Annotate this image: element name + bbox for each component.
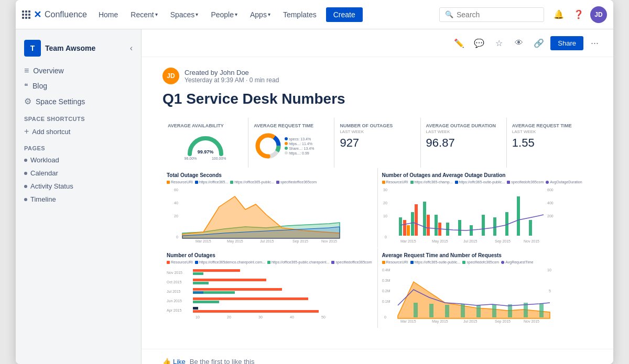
svg-rect-38 (403, 220, 406, 236)
svg-rect-63 (193, 310, 319, 313)
svg-rect-61 (193, 301, 219, 303)
area-chart-outage: 60 40 20 0 Mar 2015 May 2015 Jul 2015 Se… (167, 186, 345, 244)
bullet-icon (24, 185, 27, 188)
chevron-down-icon: ▾ (196, 12, 198, 17)
collapse-icon[interactable]: ‹ (130, 43, 133, 53)
svg-rect-28 (423, 202, 426, 236)
browser-window: ✕ Confluence Home Recent ▾ Spaces ▾ Peop… (16, 0, 613, 364)
svg-text:20: 20 (227, 315, 231, 319)
nav-recent[interactable]: Recent ▾ (125, 7, 162, 22)
stat-label: Average Outage Duration (426, 123, 501, 128)
page-item-activity-status[interactable]: Activity Status (16, 180, 141, 193)
donut-chart (254, 131, 283, 160)
chart-outages-hbar: Number of Outages ResourceURI https://of… (162, 248, 377, 328)
svg-text:Mar 2015: Mar 2015 (196, 239, 211, 243)
svg-text:0.1M: 0.1M (382, 300, 391, 303)
area-bar-chart: 0.4M 0.3M 0.2M 0.1M 0 10 5 Mar 2015 May … (382, 266, 560, 324)
nav-home[interactable]: Home (93, 7, 123, 22)
svg-rect-34 (493, 217, 496, 236)
link-icon[interactable]: 🔗 (530, 35, 547, 51)
svg-text:Nov 2015: Nov 2015 (524, 239, 539, 243)
help-icon[interactable]: ❓ (570, 6, 587, 23)
user-avatar[interactable]: JD (590, 6, 607, 23)
logo: ✕ Confluence (22, 9, 87, 20)
nav-people[interactable]: People ▾ (205, 7, 243, 22)
notifications-icon[interactable]: 🔔 (550, 6, 567, 23)
page-item-timeline[interactable]: Timeline (16, 193, 141, 206)
create-button[interactable]: Create (326, 7, 363, 22)
svg-rect-76 (414, 303, 418, 317)
nav-templates[interactable]: Templates (278, 7, 322, 22)
svg-text:Sep 2015: Sep 2015 (292, 239, 308, 244)
comment-icon[interactable]: 💬 (471, 35, 487, 51)
nav-apps[interactable]: Apps ▾ (245, 7, 276, 22)
svg-rect-29 (435, 215, 438, 236)
page-item-calendar[interactable]: Calendar (16, 167, 141, 180)
sidebar-item-label: Overview (33, 67, 63, 75)
sidebar-item-space-settings[interactable]: ⚙ Space Settings (16, 93, 141, 109)
svg-text:Mar 2015: Mar 2015 (400, 239, 416, 243)
svg-rect-53 (193, 269, 240, 272)
svg-rect-80 (476, 305, 481, 317)
svg-rect-40 (427, 215, 430, 236)
svg-text:Jul 2015: Jul 2015 (260, 239, 274, 243)
add-shortcut-label: Add shortcut (32, 128, 70, 136)
page-item-label: Timeline (30, 195, 56, 203)
share-button[interactable]: Share (550, 36, 583, 50)
svg-text:May 2015: May 2015 (227, 239, 243, 244)
like-description: Be the first to like this (190, 358, 255, 364)
page-item-label: Calendar (30, 169, 58, 177)
plus-icon: + (24, 127, 29, 136)
more-options-button[interactable]: ··· (587, 36, 603, 51)
stat-sublabel: LAST WEEK (340, 129, 415, 134)
page-item-workload[interactable]: Workload (16, 153, 141, 167)
author-name: Created by John Doe (185, 69, 279, 76)
search-input[interactable] (457, 10, 535, 19)
chart-avg-request-num: Average Request Time and Number of Reque… (378, 248, 593, 328)
watch-icon[interactable]: 👁 (511, 35, 527, 51)
svg-rect-60 (193, 297, 308, 300)
sidebar-item-label: Blog (32, 82, 47, 90)
svg-text:Apr 2015: Apr 2015 (167, 308, 182, 313)
nav-spaces[interactable]: Spaces ▾ (165, 7, 204, 22)
add-shortcut[interactable]: + Add shortcut (16, 124, 141, 139)
svg-rect-84 (539, 304, 544, 317)
svg-rect-26 (399, 217, 402, 236)
star-icon[interactable]: ☆ (491, 35, 507, 51)
stat-label: Average Request Time (254, 123, 329, 128)
chart-legend: ResourceURI https://offc365-champ... htt… (382, 180, 589, 184)
sidebar-item-label: Space Settings (36, 97, 85, 106)
svg-text:200: 200 (547, 214, 554, 218)
like-button[interactable]: 👍 Like (162, 358, 186, 364)
svg-rect-31 (458, 220, 461, 236)
svg-rect-57 (193, 288, 282, 291)
like-row: 👍 Like Be the first to like this (162, 358, 592, 364)
svg-text:40: 40 (290, 315, 294, 319)
thumbs-up-icon: 👍 (162, 358, 171, 364)
sidebar-item-blog[interactable]: ❝ Blog (16, 79, 141, 93)
space-header: T Team Awsome ‹ (16, 36, 141, 63)
svg-text:Nov 2015: Nov 2015 (167, 271, 182, 274)
stat-sublabel: LAST WEEK (426, 129, 501, 134)
sidebar-item-overview[interactable]: ≡ Overview (16, 63, 141, 79)
like-label: Like (173, 358, 186, 364)
svg-text:0.2M: 0.2M (382, 289, 391, 293)
svg-text:Oct 2015: Oct 2015 (167, 280, 182, 284)
stat-value: 1.55 (512, 136, 587, 150)
chevron-down-icon: ▾ (268, 12, 270, 17)
bar-line-chart: 30 20 10 0 600 400 200 Mar 2015 May 2015… (382, 186, 560, 244)
stat-label: Average Availability (168, 123, 243, 128)
hbar-chart: Nov 2015 Oct 2015 Jul 2015 Jun 2015 Apr … (167, 266, 345, 321)
stat-card-outages: Number of Outages LAST WEEK 927 (334, 118, 420, 168)
svg-rect-82 (508, 304, 512, 317)
content-toolbar: ✏️ 💬 ☆ 👁 🔗 Share ··· (142, 29, 613, 57)
bullet-icon (24, 198, 27, 201)
edit-icon[interactable]: ✏️ (451, 35, 468, 51)
chart-title: Average Request Time and Number of Reque… (382, 252, 589, 258)
svg-rect-33 (482, 215, 485, 236)
author-info: JD Created by John Doe Yesterday at 9:39… (162, 68, 592, 84)
svg-text:0.4M: 0.4M (382, 268, 391, 272)
chart-outage-duration: Number of Outages and Average Outage Dur… (378, 168, 593, 248)
svg-rect-59 (193, 291, 203, 294)
svg-text:0: 0 (176, 235, 178, 239)
